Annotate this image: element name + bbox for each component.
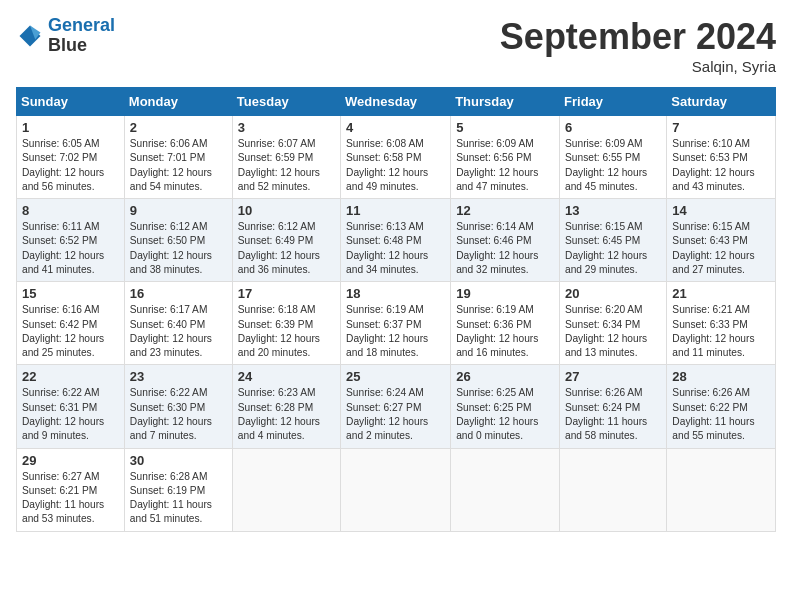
day-info: Sunrise: 6:05 AMSunset: 7:02 PMDaylight:…	[22, 138, 104, 192]
day-number: 13	[565, 203, 661, 218]
day-number: 20	[565, 286, 661, 301]
day-info: Sunrise: 6:26 AMSunset: 6:22 PMDaylight:…	[672, 387, 754, 441]
calendar-week-row: 8 Sunrise: 6:11 AMSunset: 6:52 PMDayligh…	[17, 199, 776, 282]
day-info: Sunrise: 6:13 AMSunset: 6:48 PMDaylight:…	[346, 221, 428, 275]
day-info: Sunrise: 6:22 AMSunset: 6:31 PMDaylight:…	[22, 387, 104, 441]
day-number: 29	[22, 453, 119, 468]
calendar-cell: 10 Sunrise: 6:12 AMSunset: 6:49 PMDaylig…	[232, 199, 340, 282]
calendar-cell	[232, 448, 340, 531]
day-number: 22	[22, 369, 119, 384]
day-number: 2	[130, 120, 227, 135]
calendar-table: SundayMondayTuesdayWednesdayThursdayFrid…	[16, 87, 776, 532]
calendar-week-row: 1 Sunrise: 6:05 AMSunset: 7:02 PMDayligh…	[17, 116, 776, 199]
day-number: 11	[346, 203, 445, 218]
day-info: Sunrise: 6:06 AMSunset: 7:01 PMDaylight:…	[130, 138, 212, 192]
calendar-cell: 17 Sunrise: 6:18 AMSunset: 6:39 PMDaylig…	[232, 282, 340, 365]
month-title: September 2024	[500, 16, 776, 58]
calendar-cell: 5 Sunrise: 6:09 AMSunset: 6:56 PMDayligh…	[451, 116, 560, 199]
calendar-cell: 27 Sunrise: 6:26 AMSunset: 6:24 PMDaylig…	[560, 365, 667, 448]
day-info: Sunrise: 6:16 AMSunset: 6:42 PMDaylight:…	[22, 304, 104, 358]
calendar-cell: 1 Sunrise: 6:05 AMSunset: 7:02 PMDayligh…	[17, 116, 125, 199]
calendar-cell: 19 Sunrise: 6:19 AMSunset: 6:36 PMDaylig…	[451, 282, 560, 365]
day-info: Sunrise: 6:26 AMSunset: 6:24 PMDaylight:…	[565, 387, 647, 441]
day-info: Sunrise: 6:10 AMSunset: 6:53 PMDaylight:…	[672, 138, 754, 192]
calendar-header-tuesday: Tuesday	[232, 88, 340, 116]
day-number: 24	[238, 369, 335, 384]
calendar-cell: 23 Sunrise: 6:22 AMSunset: 6:30 PMDaylig…	[124, 365, 232, 448]
day-info: Sunrise: 6:11 AMSunset: 6:52 PMDaylight:…	[22, 221, 104, 275]
calendar-body: 1 Sunrise: 6:05 AMSunset: 7:02 PMDayligh…	[17, 116, 776, 532]
day-number: 3	[238, 120, 335, 135]
day-number: 26	[456, 369, 554, 384]
calendar-cell: 28 Sunrise: 6:26 AMSunset: 6:22 PMDaylig…	[667, 365, 776, 448]
day-info: Sunrise: 6:19 AMSunset: 6:36 PMDaylight:…	[456, 304, 538, 358]
calendar-cell: 29 Sunrise: 6:27 AMSunset: 6:21 PMDaylig…	[17, 448, 125, 531]
calendar-cell: 30 Sunrise: 6:28 AMSunset: 6:19 PMDaylig…	[124, 448, 232, 531]
day-info: Sunrise: 6:21 AMSunset: 6:33 PMDaylight:…	[672, 304, 754, 358]
calendar-cell	[667, 448, 776, 531]
day-number: 21	[672, 286, 770, 301]
calendar-cell: 11 Sunrise: 6:13 AMSunset: 6:48 PMDaylig…	[341, 199, 451, 282]
day-info: Sunrise: 6:09 AMSunset: 6:55 PMDaylight:…	[565, 138, 647, 192]
calendar-week-row: 29 Sunrise: 6:27 AMSunset: 6:21 PMDaylig…	[17, 448, 776, 531]
day-number: 12	[456, 203, 554, 218]
calendar-week-row: 15 Sunrise: 6:16 AMSunset: 6:42 PMDaylig…	[17, 282, 776, 365]
calendar-cell: 22 Sunrise: 6:22 AMSunset: 6:31 PMDaylig…	[17, 365, 125, 448]
calendar-header-friday: Friday	[560, 88, 667, 116]
day-info: Sunrise: 6:23 AMSunset: 6:28 PMDaylight:…	[238, 387, 320, 441]
calendar-header-monday: Monday	[124, 88, 232, 116]
day-number: 6	[565, 120, 661, 135]
day-info: Sunrise: 6:12 AMSunset: 6:49 PMDaylight:…	[238, 221, 320, 275]
calendar-cell: 3 Sunrise: 6:07 AMSunset: 6:59 PMDayligh…	[232, 116, 340, 199]
calendar-cell: 26 Sunrise: 6:25 AMSunset: 6:25 PMDaylig…	[451, 365, 560, 448]
day-info: Sunrise: 6:22 AMSunset: 6:30 PMDaylight:…	[130, 387, 212, 441]
day-info: Sunrise: 6:14 AMSunset: 6:46 PMDaylight:…	[456, 221, 538, 275]
calendar-week-row: 22 Sunrise: 6:22 AMSunset: 6:31 PMDaylig…	[17, 365, 776, 448]
day-number: 7	[672, 120, 770, 135]
calendar-header-sunday: Sunday	[17, 88, 125, 116]
calendar-cell: 25 Sunrise: 6:24 AMSunset: 6:27 PMDaylig…	[341, 365, 451, 448]
day-info: Sunrise: 6:15 AMSunset: 6:45 PMDaylight:…	[565, 221, 647, 275]
day-number: 8	[22, 203, 119, 218]
day-info: Sunrise: 6:17 AMSunset: 6:40 PMDaylight:…	[130, 304, 212, 358]
day-number: 16	[130, 286, 227, 301]
calendar-cell: 18 Sunrise: 6:19 AMSunset: 6:37 PMDaylig…	[341, 282, 451, 365]
logo-text: General Blue	[48, 16, 115, 56]
day-info: Sunrise: 6:20 AMSunset: 6:34 PMDaylight:…	[565, 304, 647, 358]
calendar-cell: 9 Sunrise: 6:12 AMSunset: 6:50 PMDayligh…	[124, 199, 232, 282]
day-number: 4	[346, 120, 445, 135]
day-info: Sunrise: 6:24 AMSunset: 6:27 PMDaylight:…	[346, 387, 428, 441]
day-number: 23	[130, 369, 227, 384]
calendar-header-saturday: Saturday	[667, 88, 776, 116]
day-number: 1	[22, 120, 119, 135]
day-number: 14	[672, 203, 770, 218]
calendar-cell: 6 Sunrise: 6:09 AMSunset: 6:55 PMDayligh…	[560, 116, 667, 199]
day-number: 5	[456, 120, 554, 135]
calendar-header-thursday: Thursday	[451, 88, 560, 116]
day-number: 15	[22, 286, 119, 301]
calendar-cell: 7 Sunrise: 6:10 AMSunset: 6:53 PMDayligh…	[667, 116, 776, 199]
day-info: Sunrise: 6:09 AMSunset: 6:56 PMDaylight:…	[456, 138, 538, 192]
day-number: 28	[672, 369, 770, 384]
day-info: Sunrise: 6:07 AMSunset: 6:59 PMDaylight:…	[238, 138, 320, 192]
day-number: 19	[456, 286, 554, 301]
day-number: 30	[130, 453, 227, 468]
calendar-cell	[451, 448, 560, 531]
calendar-cell	[560, 448, 667, 531]
calendar-cell: 13 Sunrise: 6:15 AMSunset: 6:45 PMDaylig…	[560, 199, 667, 282]
day-number: 10	[238, 203, 335, 218]
day-number: 9	[130, 203, 227, 218]
calendar-cell: 16 Sunrise: 6:17 AMSunset: 6:40 PMDaylig…	[124, 282, 232, 365]
day-number: 27	[565, 369, 661, 384]
calendar-cell: 4 Sunrise: 6:08 AMSunset: 6:58 PMDayligh…	[341, 116, 451, 199]
calendar-cell: 21 Sunrise: 6:21 AMSunset: 6:33 PMDaylig…	[667, 282, 776, 365]
page-header: General Blue September 2024 Salqin, Syri…	[16, 16, 776, 75]
day-info: Sunrise: 6:18 AMSunset: 6:39 PMDaylight:…	[238, 304, 320, 358]
calendar-cell: 12 Sunrise: 6:14 AMSunset: 6:46 PMDaylig…	[451, 199, 560, 282]
calendar-cell: 8 Sunrise: 6:11 AMSunset: 6:52 PMDayligh…	[17, 199, 125, 282]
logo-icon	[16, 22, 44, 50]
calendar-cell	[341, 448, 451, 531]
calendar-cell: 15 Sunrise: 6:16 AMSunset: 6:42 PMDaylig…	[17, 282, 125, 365]
day-number: 25	[346, 369, 445, 384]
day-info: Sunrise: 6:15 AMSunset: 6:43 PMDaylight:…	[672, 221, 754, 275]
